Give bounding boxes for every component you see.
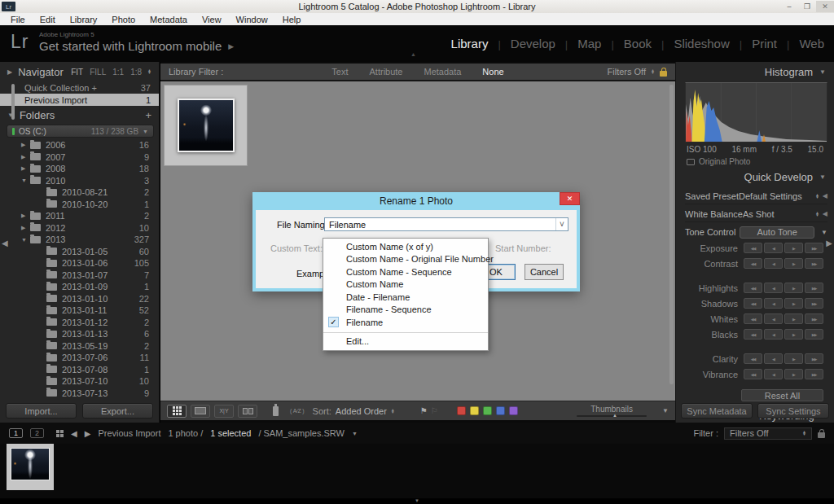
filter-tab[interactable]: Metadata [424,67,461,77]
module-tab[interactable]: Map [555,37,602,50]
reset-arrow-icon[interactable] [823,210,827,217]
zoom-option[interactable]: 1:8 [130,68,142,77]
filter-tab[interactable]: Attribute [370,67,403,77]
increase-button[interactable] [784,369,803,379]
filter-lock-icon[interactable] [660,71,667,77]
saved-preset-select[interactable]: Default Settings [739,191,819,201]
menu-item[interactable]: Library [63,15,105,24]
decrease-large-button[interactable] [744,243,762,253]
menu-item[interactable]: View [195,15,229,24]
volume-disclosure-icon[interactable] [143,129,148,134]
import-button[interactable]: Import... [6,403,77,419]
histogram-header[interactable]: Histogram [676,62,834,81]
decrease-button[interactable] [764,329,783,340]
catalog-row[interactable]: Quick Collection + 37 [0,81,159,94]
disclosure-triangle-icon[interactable] [821,229,827,236]
increase-button[interactable] [784,283,803,293]
color-label-chip[interactable] [470,406,479,415]
decrease-button[interactable] [764,283,783,293]
color-label-chip[interactable] [457,406,466,415]
filter-tab[interactable]: None [482,67,503,77]
combobox-arrow-icon[interactable] [555,218,568,230]
dropdown-item[interactable]: Custom Name - Sequence [323,265,488,278]
filter-tab[interactable]: Text [331,67,348,77]
decrease-large-button[interactable] [744,258,762,269]
module-tab[interactable]: Library [451,37,489,50]
increase-large-button[interactable] [805,298,823,309]
folder-row[interactable]: 2013-07-13 9 [0,388,159,400]
folder-expander-icon[interactable]: ▶ [21,154,30,160]
left-panel-scrollbar[interactable] [11,84,15,120]
dropdown-item[interactable]: Custom Name - Original File Number [323,253,488,266]
folder-row[interactable]: ▶ 2012 10 [0,222,159,234]
folders-header[interactable]: Folders + [0,106,159,124]
filmstrip-cell[interactable] [7,444,54,490]
file-naming-combobox[interactable]: Filename [324,217,568,231]
volume-browser[interactable]: OS (C:) 113 / 238 GB [7,125,154,138]
folder-row[interactable]: 2013-07-10 10 [0,375,159,388]
second-window-button[interactable]: 2 [30,428,44,438]
folder-row[interactable]: 2013-01-10 22 [0,293,159,305]
flag-pick-icon[interactable]: ⚑ [420,406,428,415]
main-window-button[interactable]: 1 [9,428,23,438]
folder-row[interactable]: 2013-01-13 6 [0,328,159,340]
collapse-left-panel-icon[interactable] [2,239,8,248]
promo-banner[interactable]: Get started with Lightroom mobile [39,39,234,53]
module-tab[interactable]: Print [730,37,777,50]
zoom-option[interactable]: FILL [90,68,106,77]
sort-value[interactable]: Added Order [336,406,387,416]
dropdown-item[interactable]: Filename - Sequence [323,304,488,317]
zoom-option[interactable]: FIT [71,68,83,77]
decrease-large-button[interactable] [744,313,762,324]
increase-large-button[interactable] [805,313,823,324]
quick-develop-header[interactable]: Quick Develop [676,167,834,186]
folder-row[interactable]: 2013-01-12 2 [0,317,159,329]
decrease-large-button[interactable] [744,353,762,364]
cancel-button[interactable]: Cancel [525,264,564,280]
folder-row[interactable]: 2013-07-08 1 [0,364,159,376]
grid-scrollbar[interactable] [669,85,674,384]
collapse-top-panel-icon[interactable] [410,51,416,57]
survey-view-button[interactable] [238,405,257,418]
disclosure-triangle-icon[interactable] [819,68,826,76]
folder-expander-icon[interactable]: ▼ [21,237,30,243]
decrease-button[interactable] [764,313,783,324]
menu-item[interactable]: Metadata [143,15,195,24]
compare-view-button[interactable]: X|Y [214,405,234,418]
histogram-chart[interactable] [685,82,827,142]
folder-row[interactable]: ▶ 2006 16 [0,139,159,151]
increase-large-button[interactable] [805,369,823,379]
decrease-button[interactable] [764,353,783,364]
collapse-filmstrip-icon[interactable] [415,498,419,504]
folder-row[interactable]: 2013-01-07 7 [0,270,159,282]
color-label-chip[interactable] [496,406,505,415]
filmstrip-filter-select[interactable]: Filters Off [724,427,812,440]
flag-reject-icon[interactable]: ⚐ [431,406,438,415]
increase-button[interactable] [784,258,803,269]
folder-row[interactable]: 2010-08-21 2 [0,186,159,199]
increase-button[interactable] [784,353,803,364]
forward-arrow-icon[interactable] [85,429,91,438]
folder-row[interactable]: ▶ 2007 9 [0,151,159,164]
decrease-large-button[interactable] [744,329,762,340]
sync-metadata-button[interactable]: Sync Metadata [681,403,753,419]
increase-large-button[interactable] [805,353,823,364]
dropdown-item[interactable]: Date - Filename [323,291,488,304]
photo-grid-cell[interactable] [164,85,248,166]
collapse-right-panel-icon[interactable] [826,239,832,248]
folder-row[interactable]: ▼ 2010 3 [0,175,159,187]
folder-expander-icon[interactable]: ▼ [21,177,30,183]
module-tab[interactable]: Web [777,37,824,50]
source-name[interactable]: Previous Import [98,428,160,438]
increase-button[interactable] [784,313,803,324]
increase-large-button[interactable] [805,243,823,253]
dropdown-item[interactable]: Custom Name (x of y) [323,240,488,253]
increase-large-button[interactable] [805,329,823,340]
module-tab[interactable]: Slideshow [652,37,730,50]
decrease-button[interactable] [764,298,783,309]
increase-button[interactable] [784,298,803,309]
module-tab[interactable]: Develop [488,37,555,50]
grid-view-button[interactable] [167,405,187,418]
zoom-ratio-selector-icon[interactable] [147,69,151,74]
dropdown-item[interactable]: ✓ Filename [323,316,488,329]
